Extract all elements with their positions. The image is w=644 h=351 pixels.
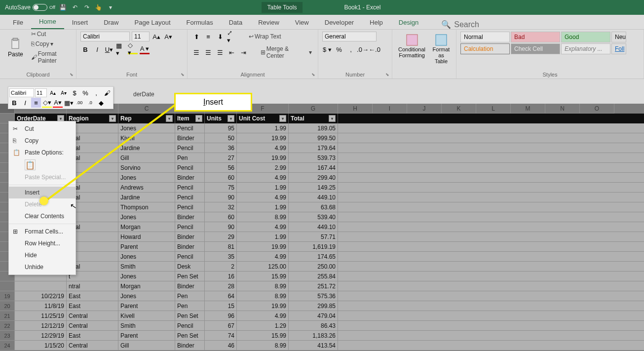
- cell-item[interactable]: Binder: [175, 281, 205, 291]
- cell-item[interactable]: Binder: [175, 232, 205, 242]
- cell-unitcost[interactable]: 19.99: [237, 242, 289, 252]
- align-bottom-icon[interactable]: ⬇: [215, 32, 225, 41]
- comma-icon[interactable]: ,: [346, 44, 356, 54]
- cell-unitcost[interactable]: 8.99: [237, 341, 289, 351]
- cell-orderdate[interactable]: 10/22/19: [15, 291, 67, 301]
- cell-orderdate[interactable]: [15, 281, 67, 291]
- tab-developer[interactable]: Developer: [317, 16, 362, 29]
- cell-units[interactable]: 81: [205, 242, 237, 252]
- format-as-table-button[interactable]: Format as Table: [430, 32, 452, 66]
- style-neutral[interactable]: Neu: [611, 32, 626, 42]
- cell-total[interactable]: 251.72: [289, 281, 338, 291]
- mini-fill-color-icon[interactable]: ◇▾: [42, 98, 52, 108]
- cell-rep[interactable]: Smith: [118, 321, 175, 331]
- copy-button[interactable]: ⎘Copy ▾: [29, 39, 72, 48]
- cell-region[interactable]: ntral: [67, 281, 118, 291]
- cell-unitcost[interactable]: 4.99: [237, 193, 289, 202]
- table-row[interactable]: ntralKivellBinder5019.99999.50: [15, 133, 644, 143]
- table-row[interactable]: 1/15/20CentralGillBinder468.99413.54: [15, 341, 644, 351]
- cell-orderdate[interactable]: 12/29/19: [15, 331, 67, 341]
- cell-rep[interactable]: Kivell: [118, 311, 175, 321]
- cell-rep[interactable]: Kivell: [118, 133, 175, 143]
- cell-units[interactable]: 67: [205, 321, 237, 331]
- qat-customize-icon[interactable]: ▾: [107, 3, 114, 11]
- style-normal[interactable]: Normal: [460, 32, 510, 42]
- number-dialog-launcher[interactable]: ⬊: [385, 72, 390, 77]
- cell-rep[interactable]: Gill: [118, 153, 175, 163]
- font-color-button[interactable]: A ▾: [140, 44, 150, 54]
- mini-increase-decimal-icon[interactable]: .00: [75, 98, 84, 108]
- th-item[interactable]: Item▾: [175, 114, 205, 123]
- cell-units[interactable]: 50: [205, 133, 237, 143]
- cell-rep[interactable]: Jones: [118, 272, 175, 281]
- mini-font-size[interactable]: [35, 88, 47, 97]
- cell-empty[interactable]: [338, 341, 644, 351]
- menu-copy[interactable]: ⎘Copy: [9, 135, 76, 147]
- increase-indent-icon[interactable]: ⇥: [239, 47, 249, 57]
- menu-hide[interactable]: Hide: [9, 249, 76, 261]
- cell-item[interactable]: Desk: [175, 262, 205, 272]
- table-row[interactable]: ntralJardinePencil364.99179.64: [15, 143, 644, 153]
- cell-unitcost[interactable]: 4.99: [237, 143, 289, 153]
- cut-button[interactable]: ✂Cut: [29, 30, 72, 39]
- cell-item[interactable]: Pencil: [175, 143, 205, 153]
- tab-formulas[interactable]: Formulas: [179, 16, 221, 29]
- cell-rep[interactable]: Jones: [118, 291, 175, 301]
- filter-icon[interactable]: ▾: [227, 115, 234, 122]
- cell-region[interactable]: Central: [67, 321, 118, 331]
- cell-total[interactable]: 63.68: [289, 202, 338, 212]
- cell-units[interactable]: 15: [205, 301, 237, 311]
- tab-draw[interactable]: Draw: [96, 16, 126, 29]
- table-row[interactable]: stSorvinoPencil562.99167.44: [15, 163, 644, 173]
- cell-units[interactable]: 35: [205, 252, 237, 262]
- mini-italic-icon[interactable]: I: [20, 98, 30, 108]
- row-header[interactable]: 24: [0, 341, 15, 351]
- cell-empty[interactable]: [338, 153, 644, 163]
- number-format-select[interactable]: [322, 32, 377, 41]
- table-row[interactable]: tJonesPen Set1615.99255.84: [15, 272, 644, 281]
- col-header-l[interactable]: L: [476, 104, 511, 114]
- align-top-icon[interactable]: ⬆: [191, 32, 201, 41]
- col-header-c[interactable]: C: [118, 104, 175, 114]
- table-row[interactable]: ntralMorganBinder288.99251.72: [15, 281, 644, 291]
- cell-rep[interactable]: Jones: [118, 173, 175, 183]
- font-size-select[interactable]: [132, 32, 150, 41]
- decrease-indent-icon[interactable]: ⇤: [227, 47, 237, 57]
- mini-increase-font-icon[interactable]: A▴: [48, 88, 58, 98]
- cell-rep[interactable]: Jones: [118, 123, 175, 133]
- cell-unitcost[interactable]: 15.99: [237, 272, 289, 281]
- cell-item[interactable]: Binder: [175, 133, 205, 143]
- cell-item[interactable]: Pen Set: [175, 311, 205, 321]
- cell-total[interactable]: 1,619.19: [289, 242, 338, 252]
- cell-empty[interactable]: [338, 133, 644, 143]
- style-explanatory[interactable]: Explanatory ...: [561, 43, 610, 54]
- cell-empty[interactable]: [338, 291, 644, 301]
- cell-total[interactable]: 255.84: [289, 272, 338, 281]
- cell-units[interactable]: 36: [205, 143, 237, 153]
- cell-empty[interactable]: [338, 143, 644, 153]
- table-row[interactable]: ntralAndrewsPencil751.99149.25: [15, 183, 644, 193]
- cell-empty[interactable]: [338, 281, 644, 291]
- cell-unitcost[interactable]: 4.99: [237, 222, 289, 232]
- filter-icon[interactable]: ▾: [329, 115, 336, 122]
- cell-unitcost[interactable]: 1.99: [237, 123, 289, 133]
- style-check-cell[interactable]: Check Cell: [511, 43, 560, 54]
- cell-item[interactable]: Pencil: [175, 202, 205, 212]
- cell-units[interactable]: 95: [205, 123, 237, 133]
- col-header-i[interactable]: I: [373, 104, 407, 114]
- cell-units[interactable]: 64: [205, 291, 237, 301]
- cell-total[interactable]: 999.50: [289, 133, 338, 143]
- cell-units[interactable]: 27: [205, 153, 237, 163]
- mini-comma-icon[interactable]: ,: [91, 88, 101, 98]
- tab-data[interactable]: Data: [221, 16, 250, 29]
- cell-item[interactable]: Pencil: [175, 123, 205, 133]
- th-total[interactable]: Total▾: [289, 114, 338, 123]
- cell-region[interactable]: East: [67, 301, 118, 311]
- tell-me-search[interactable]: 🔍 Search: [441, 20, 479, 29]
- cell-orderdate[interactable]: 1/15/20: [15, 341, 67, 351]
- clipboard-dialog-launcher[interactable]: ⬊: [70, 72, 75, 77]
- row-header[interactable]: [0, 281, 15, 291]
- cell-item[interactable]: Pen: [175, 153, 205, 163]
- cell-empty[interactable]: [338, 193, 644, 202]
- col-header-m[interactable]: M: [511, 104, 545, 114]
